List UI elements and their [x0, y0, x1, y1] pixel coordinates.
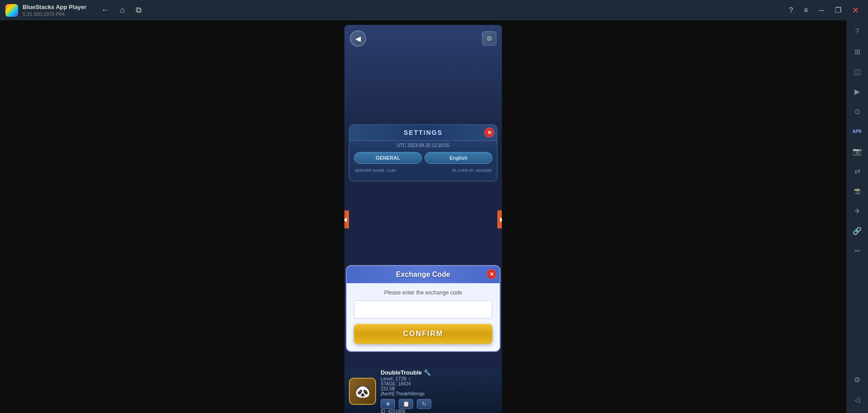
right-sidebar: ? ⊞ ◫ ▶ ⊙ APK 📷 ⇄ 📸 ✈ 🔗 ••• ⚙ ◁ [846, 0, 868, 413]
record-icon[interactable]: ▶ [848, 82, 866, 100]
settings-utc-time: UTC 2023-09-20 12:20:55 [349, 141, 497, 150]
resize-icon[interactable]: ⇄ [848, 162, 866, 180]
confirm-button[interactable]: CONFIRM [354, 324, 492, 344]
back-button[interactable]: ← [99, 4, 111, 17]
exchange-close-button[interactable]: ✕ [486, 269, 496, 279]
right-arrow-button[interactable]: ▶ [497, 210, 502, 228]
settings-close-icon: ✕ [487, 130, 491, 136]
settings-gear-icon: ⚙ [486, 35, 492, 42]
exchange-description: Please enter the exchange code [354, 290, 492, 296]
home-button[interactable]: ⌂ [118, 4, 127, 17]
window-icon[interactable]: ◫ [848, 62, 866, 81]
player-guild: [AeoN] ThedeNilirings [381, 391, 497, 396]
camera-icon[interactable]: 📸 [848, 182, 866, 200]
help-button[interactable]: ? [785, 5, 796, 16]
exchange-body: Please enter the exchange code CONFIRM [347, 283, 500, 351]
screenshot-icon[interactable]: 📷 [848, 142, 866, 160]
left-arrow-button[interactable]: ◀ [344, 210, 349, 228]
settings-title: SETTINGS [404, 129, 443, 136]
app-version: 5.21.500.1070 P64 [23, 11, 86, 17]
menu-button[interactable]: ≡ [800, 5, 811, 16]
game-window: ◀ ⚙ ◀ ▶ SETTINGS ✕ UTC 2023-09-20 12:20:… [344, 25, 502, 413]
more-icon[interactable]: ••• [848, 242, 866, 260]
app-name: BlueStacks App Player [23, 4, 86, 10]
tab-english[interactable]: English [424, 152, 492, 164]
flight-icon[interactable]: ✈ [848, 202, 866, 220]
apk-icon[interactable]: APK [848, 122, 866, 140]
settings-title-bar: SETTINGS ✕ [349, 125, 497, 141]
question-icon[interactable]: ? [848, 23, 866, 41]
collapse-icon[interactable]: ◁ [848, 390, 866, 408]
player-id: ID: 4201806 [381, 409, 497, 413]
game-back-button[interactable]: ◀ [350, 30, 366, 47]
tab-general[interactable]: GENERAL [354, 152, 422, 164]
copy-button[interactable]: ⧉ [134, 4, 143, 17]
minimize-button[interactable]: ─ [816, 5, 828, 16]
settings-tabs: GENERAL English [349, 150, 497, 166]
player-name: DoubleTrouble 🔧 [381, 369, 497, 376]
hud-star-button[interactable]: ★ [381, 399, 395, 409]
titlebar: BlueStacks App Player 5.21.500.1070 P64 … [0, 0, 868, 20]
player-level: Level: 1726 ♂ [381, 376, 497, 381]
back-arrow-icon: ◀ [355, 34, 361, 43]
exchange-close-icon: ✕ [490, 271, 494, 277]
main-area: ◀ ⚙ ◀ ▶ SETTINGS ✕ UTC 2023-09-20 12:20:… [0, 20, 846, 413]
link-icon[interactable]: 🔗 [848, 222, 866, 240]
exchange-title: Exchange Code [396, 271, 450, 278]
settings-bottom-info: SERVER NAME: 1140 PLAYER ID: 4201806 [349, 166, 497, 176]
grid-icon[interactable]: ⊞ [848, 43, 866, 61]
game-hud: 🐼 DoubleTrouble 🔧 Level: 1726 ♂ STAGE: 1… [344, 369, 502, 413]
hud-player-info: DoubleTrouble 🔧 Level: 1726 ♂ STAGE: 184… [381, 369, 497, 413]
exchange-dialog: Exchange Code ✕ Please enter the exchang… [346, 265, 501, 352]
bluestacks-logo [5, 4, 18, 17]
player-avatar: 🐼 [349, 378, 376, 405]
game-topbar: ◀ ⚙ [350, 30, 496, 47]
player-stage: STAGE: 18424 [381, 381, 497, 386]
titlebar-nav: ← ⌂ ⧉ [99, 4, 143, 17]
hud-refresh-button[interactable]: ↻ [417, 399, 431, 409]
game-settings-button[interactable]: ⚙ [482, 31, 496, 46]
camera-record-icon[interactable]: ⊙ [848, 102, 866, 120]
sidebar-settings-icon[interactable]: ⚙ [848, 370, 866, 389]
player-id-label: PLAYER ID: 4201806 [453, 168, 491, 173]
settings-panel: SETTINGS ✕ UTC 2023-09-20 12:20:55 GENER… [349, 124, 497, 181]
restore-button[interactable]: ❐ [831, 4, 845, 16]
settings-close-button[interactable]: ✕ [484, 128, 494, 138]
server-name-label: SERVER NAME: 1140 [355, 168, 396, 173]
exchange-code-input[interactable] [354, 300, 492, 318]
hud-book-button[interactable]: 📋 [399, 399, 413, 409]
exchange-header: Exchange Code ✕ [347, 266, 500, 283]
close-button[interactable]: ✕ [849, 4, 863, 17]
window-controls: ? ≡ ─ ❐ ✕ [785, 4, 863, 17]
player-resource: 233.5B [381, 386, 497, 391]
